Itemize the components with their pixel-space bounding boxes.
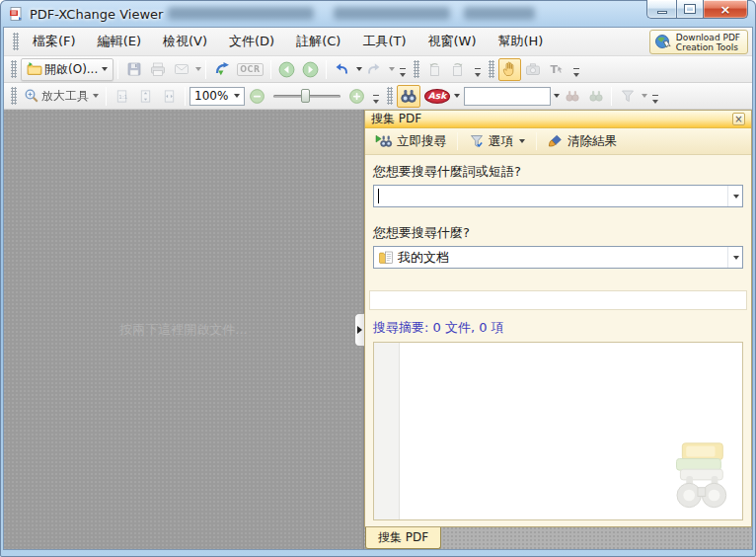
fit-page-icon [138,89,153,104]
menu-help[interactable]: 幫助(H) [488,30,555,53]
go-back-button[interactable] [275,58,298,81]
ocr-icon: OCR [237,63,263,76]
search-tool-button[interactable] [397,85,420,108]
save-button[interactable] [122,58,145,81]
chevron-down-icon [93,94,99,98]
scope-combobox[interactable]: 我的文档 [373,246,743,269]
zoom-out-button[interactable] [246,85,268,108]
panel-header[interactable]: 搜集 PDF × [365,111,751,128]
zoom-toolbar: 放大工具 1:1 [4,83,752,110]
snapshot-button[interactable] [522,58,545,81]
phrase-input[interactable] [379,186,727,206]
export-button[interactable] [210,58,233,81]
open-button[interactable]: 開啟(O)... [21,58,113,81]
fit-page-button[interactable] [134,85,157,108]
toolbar-overflow-icon[interactable] [371,93,381,107]
toolbar-overflow-icon[interactable] [571,66,581,80]
toolbar-grip[interactable] [11,60,17,78]
zoom-tool-label: 放大工具 [41,88,89,105]
zoom-in-button[interactable] [345,85,368,108]
close-window-button[interactable]: × [704,0,748,19]
ask-button[interactable]: Ask [421,85,463,108]
rotate-ccw-button[interactable] [423,58,446,81]
zoom-slider-thumb[interactable] [301,89,310,103]
panel-title: 搜集 PDF [371,111,421,127]
fit-width-button[interactable] [158,85,181,108]
zoom-level-combo[interactable]: 100% [189,87,245,106]
zoom-level-value: 100% [194,89,228,103]
menu-document[interactable]: 文件(D) [218,30,285,53]
chevron-down-icon [234,94,240,98]
toolbar-grip[interactable] [489,60,494,78]
actual-size-button[interactable]: 1:1 [111,85,133,108]
go-forward-button[interactable] [299,58,322,81]
document-area[interactable]: 按兩下這裡開啟文件... [4,110,364,549]
clear-results-button[interactable]: 清除結果 [542,131,623,152]
menu-tools[interactable]: 工具(T) [351,30,416,53]
chevron-down-icon[interactable] [389,67,395,71]
toolbar-grip[interactable] [414,60,419,78]
panel-collapse-handle[interactable] [354,313,364,347]
toolbar-overflow-icon[interactable] [650,93,660,107]
rotate-ccw-icon [426,61,442,77]
toolbar-overflow-icon[interactable] [473,66,483,80]
quick-search-input[interactable] [464,87,551,106]
binoculars-previous-icon [565,88,580,104]
download-pdf-tools-button[interactable]: Download PDF Creation Tools [649,30,748,54]
zoom-slider[interactable] [273,87,340,105]
tab-search-pdf[interactable]: 搜集 PDF [365,527,441,549]
zoom-out-icon [249,88,265,105]
options-button[interactable]: 選項 [463,131,531,152]
toolbar-overflow-icon[interactable] [398,66,408,80]
select-text-button[interactable]: T [546,58,568,81]
search-now-button[interactable]: 立即搜尋 [369,131,452,152]
maximize-button[interactable] [676,0,704,19]
ocr-button[interactable]: OCR [234,58,265,81]
hand-tool-button[interactable] [498,58,521,81]
zoom-tool-button[interactable]: 放大工具 [21,85,102,108]
chevron-down-icon[interactable] [356,67,362,71]
email-button[interactable] [170,58,192,81]
globe-hand-icon [654,34,672,51]
chevron-down-icon [733,195,739,199]
fit-width-icon [162,89,177,104]
scope-dropdown-button[interactable] [727,247,742,268]
spacer [373,207,743,224]
search-previous-button[interactable] [561,85,583,108]
rotate-cw-button[interactable] [447,58,470,81]
toolbar-separator [611,87,612,106]
print-button[interactable] [146,58,169,81]
titlebar[interactable]: PDF-XChange Viewer × [0,0,756,28]
toolbar-grip[interactable] [13,33,19,50]
panel-body: 您想要搜尋什麼詞或短語? 您想要搜尋什麼? [365,155,751,526]
phrase-combobox[interactable] [373,185,743,207]
svg-text:1:1: 1:1 [118,93,127,99]
search-summary[interactable]: 搜尋摘要: 0 文件, 0 項 [373,319,743,337]
menu-file[interactable]: 檔案(F) [22,30,87,53]
open-file-hint[interactable]: 按兩下這裡開啟文件... [119,321,247,339]
search-results-list[interactable] [373,342,743,520]
phrase-dropdown-button[interactable] [727,186,742,206]
menu-comments[interactable]: 註解(C) [285,30,351,53]
window-controls: × [646,0,748,19]
undo-button[interactable] [331,58,353,81]
menu-edit[interactable]: 編輯(E) [87,30,152,53]
scope-value: 我的文档 [398,249,449,267]
toolbar-grip[interactable] [387,87,393,105]
chevron-down-icon[interactable] [554,94,560,98]
toolbar-separator [326,60,327,79]
filter-button[interactable] [616,85,639,108]
chevron-down-icon[interactable] [642,94,647,98]
redo-button[interactable] [363,58,386,81]
chevron-down-icon[interactable] [195,67,201,71]
funnel-icon [620,88,636,104]
menu-window[interactable]: 視窗(W) [417,30,488,53]
menu-view[interactable]: 檢視(V) [152,30,218,53]
search-next-button[interactable] [584,85,607,108]
panel-close-button[interactable]: × [732,113,745,125]
minimize-button[interactable] [646,0,676,19]
chevron-down-icon [454,94,460,98]
toolbar-grip[interactable] [11,87,17,105]
download-button-label: Download PDF Creation Tools [676,33,740,52]
app-window: PDF-XChange Viewer × 檔案(F) 編輯(E) 檢視(V) 文… [0,0,756,557]
